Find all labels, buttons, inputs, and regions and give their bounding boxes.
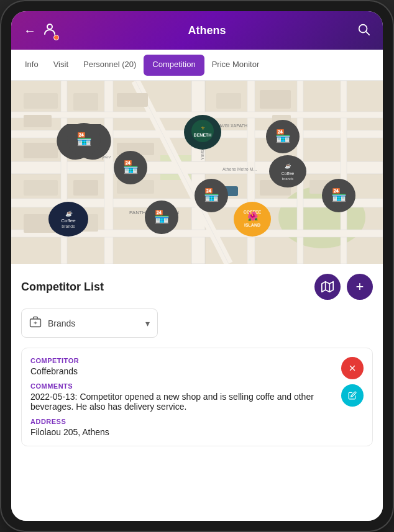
svg-text:ISLAND: ISLAND [244, 223, 260, 227]
user-icon[interactable] [42, 22, 57, 40]
brands-dropdown[interactable]: Brands ▾ [21, 309, 158, 338]
address-field-label: ADDRESS [30, 418, 364, 425]
tablet-screen: ← Athens Info Visit Pe [11, 11, 383, 521]
svg-point-51 [191, 120, 214, 142]
svg-text:🏪: 🏪 [154, 209, 170, 224]
svg-text:Athens Metro M...: Athens Metro M... [222, 167, 257, 171]
add-competitor-button[interactable]: + [347, 274, 373, 300]
map-svg: Ymittou PANTHEON ANDEON Athens Metro M..… [11, 81, 383, 264]
svg-text:🏪: 🏪 [76, 132, 92, 147]
svg-text:🏪: 🏪 [204, 187, 219, 202]
svg-text:🏪: 🏪 [331, 187, 347, 202]
user-badge [53, 35, 59, 40]
svg-rect-21 [73, 93, 98, 110]
svg-rect-22 [117, 93, 148, 107]
tab-visit[interactable]: Visit [46, 51, 76, 79]
svg-rect-29 [24, 180, 58, 196]
svg-text:brands: brands [282, 177, 293, 181]
competitor-list-header: Competitor List + [21, 274, 373, 300]
tab-competition[interactable]: Competition [144, 55, 204, 76]
comments-field-label: COMMENTS [30, 382, 364, 390]
svg-text:Coffee: Coffee [282, 171, 295, 176]
svg-text:brands: brands [62, 224, 75, 228]
tabs-bar: Info Visit Personnel (20) Competition Pr… [11, 50, 383, 81]
header-left: ← [24, 22, 57, 40]
svg-text:Coffee: Coffee [61, 218, 76, 223]
address-field-value: Filolaou 205, Athens [30, 427, 364, 437]
tab-info[interactable]: Info [17, 51, 46, 79]
tab-price-monitor[interactable]: Price Monitor [204, 51, 267, 79]
svg-rect-23 [216, 93, 241, 109]
map-container: Ymittou PANTHEON ANDEON Athens Metro M..… [11, 81, 383, 264]
svg-text:BENETH: BENETH [194, 133, 212, 137]
svg-rect-30 [73, 180, 98, 196]
svg-rect-20 [24, 115, 52, 127]
header-actions: + [314, 274, 373, 300]
svg-line-2 [366, 32, 369, 35]
brands-icon [29, 315, 42, 331]
map-background: Ymittou PANTHEON ANDEON Athens Metro M..… [11, 81, 383, 264]
competitor-field-label: COMPETITOR [30, 357, 364, 364]
tab-personnel[interactable]: Personnel (20) [76, 51, 144, 79]
delete-competitor-button[interactable] [341, 357, 364, 379]
competitor-card: COMPETITOR Coffebrands COMMENTS 2022-05-… [21, 348, 373, 446]
svg-text:🏪: 🏪 [123, 160, 139, 174]
competitor-list-title: Competitor List [21, 281, 104, 294]
map-view-button[interactable] [314, 274, 341, 300]
svg-rect-24 [260, 90, 291, 109]
comments-field-value: 2022-05-13: Competitor opened a new shop… [30, 392, 364, 412]
svg-rect-19 [24, 93, 58, 109]
header-title: Athens [188, 24, 226, 37]
competitor-field-value: Coffebrands [30, 366, 364, 376]
brands-dropdown-label: Brands [48, 318, 145, 328]
tablet-frame: ← Athens Info Visit Pe [0, 0, 394, 532]
edit-competitor-button[interactable] [341, 384, 364, 407]
back-button[interactable]: ← [24, 24, 36, 38]
svg-text:⚜: ⚜ [201, 125, 205, 131]
svg-rect-26 [24, 143, 58, 158]
svg-text:🌺: 🌺 [247, 211, 259, 222]
header: ← Athens [11, 11, 383, 50]
card-actions [341, 357, 364, 407]
search-button[interactable] [357, 22, 370, 39]
svg-point-0 [47, 24, 52, 29]
svg-text:🏪: 🏪 [275, 128, 291, 143]
chevron-down-icon: ▾ [145, 318, 150, 328]
content-area: Competitor List + [11, 264, 383, 521]
